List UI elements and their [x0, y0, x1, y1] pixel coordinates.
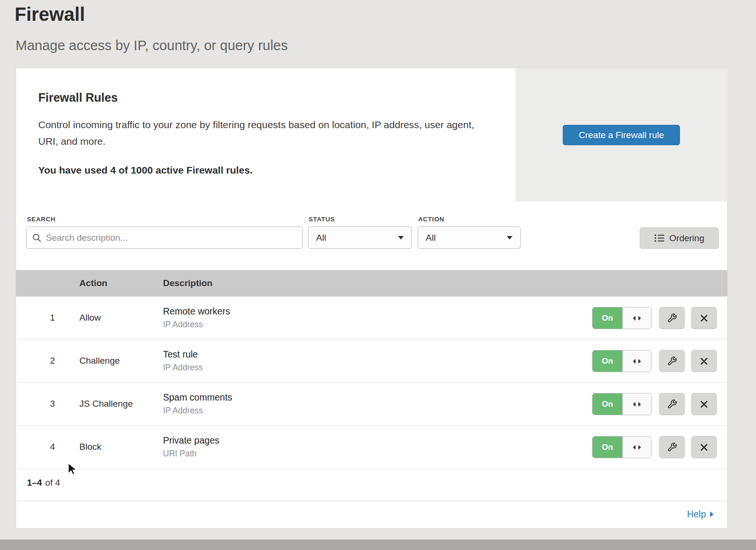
toggle-on-label[interactable]: On	[593, 307, 622, 329]
toggle-on-label[interactable]: On	[593, 350, 622, 372]
rule-action: JS Challenge	[79, 383, 133, 425]
firewall-rules-card: Firewall Rules Control incoming traffic …	[16, 68, 728, 529]
rule-action: Block	[79, 426, 101, 468]
chevron-down-icon	[398, 236, 404, 240]
close-icon	[700, 401, 708, 408]
pagination-total: of 4	[45, 478, 60, 488]
status-select-value: All	[316, 233, 326, 243]
left-right-arrows-icon	[632, 315, 642, 321]
delete-rule-button[interactable]	[691, 307, 717, 329]
rule-priority: 3	[41, 383, 64, 425]
rule-enabled-toggle[interactable]: On	[592, 307, 652, 329]
help-row: Help	[16, 501, 727, 529]
wrench-icon	[667, 442, 677, 452]
rule-description: Remote workers IP Address	[163, 297, 230, 339]
action-select-value: All	[426, 233, 436, 243]
help-link[interactable]: Help	[687, 509, 714, 520]
rule-field-type: URI Path	[163, 449, 219, 459]
edit-rule-button[interactable]	[659, 307, 685, 329]
column-header-description: Description	[163, 270, 213, 297]
rule-priority: 1	[41, 297, 64, 339]
rule-enabled-toggle[interactable]: On	[592, 350, 652, 372]
page-subtitle: Manage access by IP, country, or query r…	[16, 38, 288, 53]
edit-rule-button[interactable]	[659, 436, 685, 458]
rule-description-title: Private pages	[163, 435, 219, 446]
rule-description: Test rule IP Address	[163, 340, 203, 382]
window-bottom-edge	[0, 540, 756, 550]
table-row: 4 Block Private pages URI Path On	[16, 426, 727, 469]
table-row: 2 Challenge Test rule IP Address On	[16, 340, 727, 383]
rule-description-title: Test rule	[163, 349, 203, 360]
rule-field-type: IP Address	[163, 406, 232, 416]
rule-description: Spam comments IP Address	[163, 383, 232, 425]
table-header: Action Description	[16, 270, 727, 297]
chevron-down-icon	[507, 236, 513, 240]
rule-action: Allow	[79, 297, 101, 339]
rule-action: Challenge	[79, 340, 120, 382]
help-link-label: Help	[687, 509, 706, 520]
wrench-icon	[667, 399, 677, 409]
toggle-knob[interactable]	[622, 437, 651, 458]
rule-enabled-toggle[interactable]: On	[592, 436, 652, 458]
close-icon	[700, 314, 708, 322]
create-firewall-rule-button[interactable]: Create a Firewall rule	[563, 125, 680, 145]
rule-description-title: Spam comments	[163, 392, 232, 403]
rule-description: Private pages URI Path	[163, 426, 219, 468]
close-icon	[700, 444, 708, 451]
toggle-knob[interactable]	[622, 307, 651, 329]
left-right-arrows-icon	[632, 445, 642, 450]
ordering-list-icon	[654, 234, 664, 242]
search-icon	[32, 233, 42, 243]
rules-description: Control incoming traffic to your zone by…	[38, 117, 485, 149]
wrench-icon	[667, 313, 677, 323]
pagination-range: 1–4	[27, 478, 42, 488]
delete-rule-button[interactable]	[691, 436, 717, 458]
rules-info-panel: Firewall Rules Control incoming traffic …	[16, 68, 515, 201]
rule-priority: 2	[41, 340, 64, 382]
toggle-knob[interactable]	[622, 350, 651, 372]
rule-enabled-toggle[interactable]: On	[592, 393, 652, 415]
arrow-right-icon	[710, 511, 714, 517]
page-title: Firewall	[15, 4, 85, 25]
toggle-on-label[interactable]: On	[593, 437, 622, 458]
rule-priority: 4	[41, 426, 64, 468]
ordering-button[interactable]: Ordering	[640, 227, 719, 249]
rule-description-title: Remote workers	[163, 306, 230, 317]
delete-rule-button[interactable]	[691, 350, 717, 372]
search-label: SEARCH	[27, 216, 56, 223]
pagination-summary: 1–4of 4	[27, 478, 60, 488]
rules-usage-note: You have used 4 of 1000 active Firewall …	[38, 165, 515, 176]
rule-field-type: IP Address	[163, 363, 203, 373]
search-box[interactable]	[26, 227, 303, 249]
toggle-knob[interactable]	[622, 393, 651, 415]
table-row: 1 Allow Remote workers IP Address On	[16, 297, 727, 340]
action-label: ACTION	[418, 216, 444, 223]
column-header-action: Action	[79, 270, 107, 297]
left-right-arrows-icon	[632, 402, 642, 407]
wrench-icon	[667, 356, 677, 366]
rule-field-type: IP Address	[163, 320, 230, 330]
rules-heading: Firewall Rules	[38, 91, 515, 105]
edit-rule-button[interactable]	[659, 350, 685, 372]
toggle-on-label[interactable]: On	[593, 393, 622, 415]
rules-action-panel: Create a Firewall rule	[515, 68, 728, 201]
ordering-button-label: Ordering	[670, 233, 704, 244]
close-icon	[700, 358, 708, 365]
action-select[interactable]: All	[418, 227, 521, 249]
left-right-arrows-icon	[632, 358, 642, 364]
status-label: STATUS	[309, 216, 335, 223]
edit-rule-button[interactable]	[659, 393, 685, 415]
table-row: 3 JS Challenge Spam comments IP Address …	[16, 383, 727, 426]
search-input[interactable]	[46, 233, 297, 243]
status-select[interactable]: All	[308, 227, 412, 249]
delete-rule-button[interactable]	[691, 393, 717, 415]
